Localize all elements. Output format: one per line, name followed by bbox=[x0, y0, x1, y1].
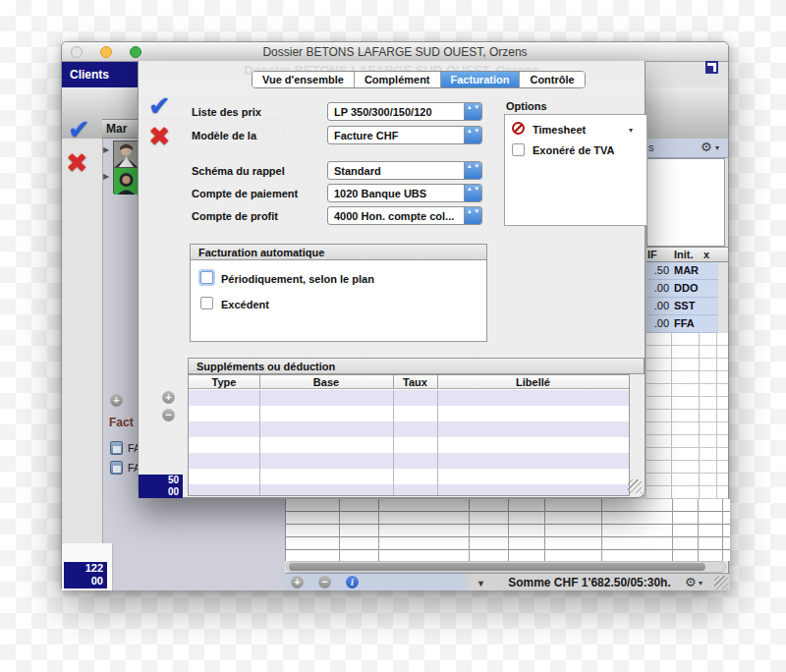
invoice-doc-icon bbox=[110, 461, 123, 475]
empty-grid bbox=[285, 499, 730, 561]
detail-box bbox=[646, 158, 725, 247]
dialog-total-top: 50 bbox=[139, 475, 183, 486]
gear-dropdown-icon[interactable]: ▾ bbox=[715, 143, 719, 152]
table-header-row: IF Init. x bbox=[646, 247, 728, 262]
window-resize-grip[interactable] bbox=[714, 576, 728, 589]
excedent-checkbox[interactable] bbox=[200, 297, 213, 309]
field-label: Compte de paiement bbox=[192, 188, 298, 199]
field-label: Liste des prix bbox=[192, 106, 261, 118]
stepper-icon[interactable]: ▲ ▼ bbox=[464, 207, 481, 224]
field-label: Modèle de la bbox=[192, 130, 256, 141]
dialog-total-bottom: 00 bbox=[139, 486, 183, 498]
col-header-init[interactable]: Init. bbox=[674, 249, 694, 260]
avatar-female[interactable] bbox=[113, 167, 138, 194]
liste-des-prix-popup[interactable]: LP 350/300/150/120 ▲ ▼ bbox=[327, 102, 482, 121]
stepper-icon[interactable]: ▲ ▼ bbox=[464, 127, 481, 143]
sidebar-total-top: 122 bbox=[64, 562, 107, 575]
dialog-total-box: 50 00 bbox=[139, 475, 183, 498]
sidebar-total-box: 122 00 bbox=[64, 562, 107, 588]
stepper-icon[interactable]: ▲ ▼ bbox=[464, 103, 481, 120]
row-marker-icon: ▶ bbox=[103, 146, 109, 154]
supplements-header: Suppléments ou déduction bbox=[188, 358, 645, 374]
auto-billing-header: Facturation automatique bbox=[190, 244, 487, 260]
supplement-add-button[interactable]: + bbox=[162, 391, 175, 404]
col-type[interactable]: Type bbox=[189, 376, 259, 388]
right-panel-toolbar: s ⚙ ▾ bbox=[646, 139, 728, 158]
options-title: Options bbox=[506, 100, 547, 112]
dialog-cancel-icon[interactable]: ✖ bbox=[148, 124, 171, 150]
row-marker-icon: ▶ bbox=[103, 173, 109, 181]
action-gear-icon[interactable]: ⚙ bbox=[685, 576, 697, 588]
compte-paiement-popup[interactable]: 1020 Banque UBS ▲ ▼ bbox=[327, 184, 482, 202]
tab-vue-densemble[interactable]: Vue d'ensemble bbox=[253, 72, 355, 87]
action-dropdown-icon[interactable]: ▾ bbox=[699, 579, 702, 588]
delete-icon[interactable]: ✖ bbox=[66, 150, 88, 177]
field-label: Compte de profit bbox=[192, 210, 278, 222]
window-title: Dossier BETONS LAFARGE SUD OUEST, Orzens bbox=[62, 45, 728, 59]
partial-label: s bbox=[648, 141, 654, 153]
invoice-doc-icon bbox=[110, 441, 123, 455]
options-box: Timesheet ▾ Exonéré de TVA bbox=[504, 114, 647, 226]
facturation-dialog: Dossier BETONS LAFARGE SUD OUEST, Orzens… bbox=[138, 61, 646, 498]
sidebar-add-button[interactable]: + bbox=[110, 394, 123, 407]
exonere-tva-label: Exonéré de TVA bbox=[533, 144, 615, 156]
clients-tab[interactable]: Clients bbox=[62, 62, 139, 87]
status-bar-right: ▼ Somme CHF 1'682.50/05:30h. ⚙ ▾ bbox=[467, 573, 730, 590]
gear-icon[interactable]: ⚙ bbox=[701, 140, 712, 153]
sidebar-total-bottom: 00 bbox=[64, 575, 107, 588]
status-bar-left: + − i bbox=[285, 573, 467, 590]
timesheet-dropdown-icon[interactable]: ▾ bbox=[629, 126, 633, 135]
col-base[interactable]: Base bbox=[259, 376, 393, 388]
sidebar-section-label: Fact bbox=[109, 416, 134, 429]
table-row[interactable]: .00 DDO bbox=[646, 280, 718, 298]
modele-facture-popup[interactable]: Facture CHF ▲ ▼ bbox=[327, 126, 482, 144]
schema-rappel-popup[interactable]: Standard ▲ ▼ bbox=[327, 161, 482, 180]
tab-facturation[interactable]: Facturation bbox=[441, 72, 521, 87]
col-taux[interactable]: Taux bbox=[393, 376, 437, 388]
title-bar[interactable]: Dossier BETONS LAFARGE SUD OUEST, Orzens bbox=[62, 42, 728, 62]
field-label: Schéma du rappel bbox=[192, 165, 285, 177]
col-header-x[interactable]: x bbox=[703, 249, 709, 260]
dialog-tab-bar: Vue d'ensemble Complément Facturation Co… bbox=[252, 71, 586, 88]
compte-profit-popup[interactable]: 4000 Hon. compte col... ▲ ▼ bbox=[327, 206, 482, 225]
pane-toggle-icon[interactable] bbox=[705, 61, 718, 74]
dialog-ok-icon[interactable]: ✔ bbox=[148, 93, 171, 120]
add-row-button[interactable]: + bbox=[291, 576, 304, 588]
validate-icon[interactable]: ✔ bbox=[68, 117, 90, 143]
table-row[interactable]: .00 FFA bbox=[646, 315, 718, 333]
timesheet-label: Timesheet bbox=[533, 124, 586, 136]
table-row[interactable]: .00 SST bbox=[646, 298, 718, 315]
sum-label: Somme CHF 1'682.50/05:30h. bbox=[496, 576, 683, 589]
col-libelle[interactable]: Libellé bbox=[437, 376, 629, 388]
periodique-checkbox[interactable] bbox=[200, 271, 213, 284]
supplements-header-row: Type Base Taux Libellé bbox=[189, 375, 629, 389]
auto-billing-box: Périodiquement, selon le plan Excédent bbox=[190, 260, 487, 342]
scrollbar-thumb[interactable] bbox=[289, 563, 705, 571]
left-strip bbox=[62, 139, 102, 590]
excedent-label: Excédent bbox=[221, 299, 269, 310]
table-row[interactable]: .50 MAR bbox=[646, 262, 718, 280]
stepper-icon[interactable]: ▲ ▼ bbox=[464, 162, 481, 179]
avatar-male[interactable] bbox=[113, 140, 138, 167]
exonere-tva-checkbox[interactable] bbox=[512, 143, 525, 156]
supplement-remove-button[interactable]: − bbox=[162, 409, 175, 421]
stepper-icon[interactable]: ▲ ▼ bbox=[464, 185, 481, 201]
tab-controle[interactable]: Contrôle bbox=[520, 72, 584, 87]
col-header-chf[interactable]: IF bbox=[647, 249, 657, 260]
supplements-table: Type Base Taux Libellé bbox=[188, 374, 630, 496]
periodique-label: Périodiquement, selon le plan bbox=[221, 273, 374, 285]
prohibited-icon bbox=[512, 122, 525, 135]
tab-complement[interactable]: Complément bbox=[355, 72, 441, 87]
dialog-resize-grip[interactable] bbox=[628, 479, 642, 493]
horizontal-scrollbar[interactable] bbox=[286, 561, 726, 573]
sum-dropdown-icon[interactable]: ▼ bbox=[477, 579, 485, 588]
remove-row-button[interactable]: − bbox=[318, 576, 331, 588]
supplements-rows[interactable] bbox=[189, 390, 629, 495]
info-button[interactable]: i bbox=[346, 576, 359, 588]
